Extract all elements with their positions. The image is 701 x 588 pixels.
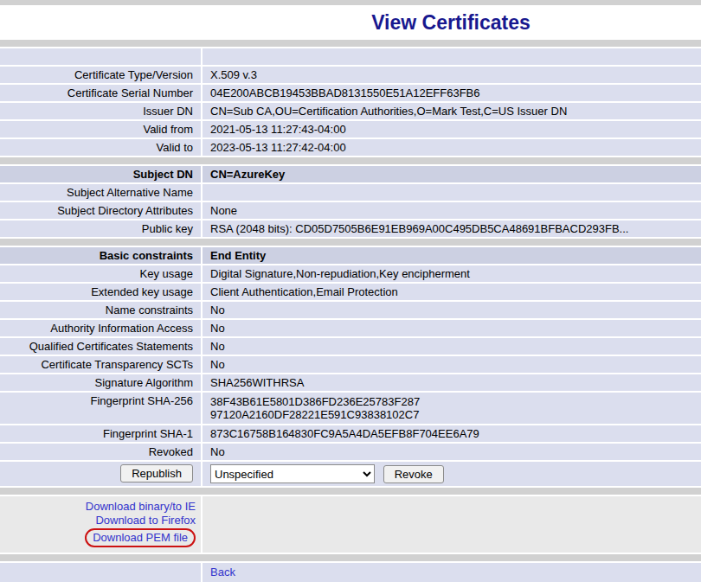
row-label: Subject Alternative Name bbox=[0, 184, 201, 201]
row-value: SHA256WITHRSA bbox=[203, 374, 701, 391]
row-value: No bbox=[203, 320, 701, 336]
page-title: View Certificates bbox=[371, 11, 531, 35]
section-header-value: End Entity bbox=[203, 247, 701, 264]
row-value: 38F43B61E5801D386FD236E25783F287 97120A2… bbox=[203, 393, 701, 424]
row-label: Extended key usage bbox=[0, 284, 201, 300]
section-header-label: Basic constraints bbox=[0, 247, 201, 264]
table-row-qualified-statements: Qualified Certificates Statements No bbox=[0, 338, 701, 355]
row-label: Name constraints bbox=[0, 302, 201, 318]
row-value: No bbox=[203, 444, 701, 460]
fingerprint-line-1: 38F43B61E5801D386FD236E25783F287 bbox=[210, 395, 693, 408]
revoke-button[interactable]: Revoke bbox=[383, 465, 444, 483]
section-separator bbox=[0, 488, 701, 495]
table-row-transparency-scts: Certificate Transparency SCTs No bbox=[0, 356, 701, 373]
row-value bbox=[203, 184, 701, 201]
row-value: No bbox=[203, 302, 701, 318]
table-row-subject-dir-attrs: Subject Directory Attributes None bbox=[0, 202, 701, 219]
republish-button[interactable]: Republish bbox=[120, 464, 193, 483]
section-separator bbox=[0, 157, 701, 164]
table-row-empty bbox=[0, 48, 701, 65]
row-value: No bbox=[203, 356, 701, 373]
row-value: 873C16758B164830FC9A5A4DA5EFB8F704EE6A79 bbox=[203, 425, 701, 442]
table-row-signature-algorithm: Signature Algorithm SHA256WITHRSA bbox=[0, 374, 701, 391]
row-label: Revoked bbox=[0, 444, 201, 460]
row-value: 04E200ABCB19453BBAD8131550E51A12EFF63FB6 bbox=[203, 85, 701, 101]
table-row-extended-key-usage: Extended key usage Client Authentication… bbox=[0, 284, 701, 300]
row-label: Signature Algorithm bbox=[0, 374, 201, 391]
row-value: Client Authentication,Email Protection bbox=[203, 284, 701, 300]
table-row-fingerprint-sha1: Fingerprint SHA-1 873C16758B164830FC9A5A… bbox=[0, 425, 701, 442]
row-label: Certificate Type/Version bbox=[0, 67, 201, 83]
download-links-cell: Download binary/to IE Download to Firefo… bbox=[0, 496, 201, 553]
row-value: Digital Signature,Non-repudiation,Key en… bbox=[203, 265, 701, 282]
table-row-key-usage: Key usage Digital Signature,Non-repudiat… bbox=[0, 265, 701, 282]
row-value-empty bbox=[203, 48, 701, 65]
section-header-value: CN=AzureKey bbox=[203, 166, 701, 182]
revocation-reason-select[interactable]: Unspecified bbox=[210, 464, 375, 483]
row-label: Subject Directory Attributes bbox=[0, 202, 201, 219]
table-row-issuer-dn: Issuer DN CN=Sub CA,OU=Certification Aut… bbox=[0, 103, 701, 119]
table-row-public-key: Public key RSA (2048 bits): CD05D7505B6E… bbox=[0, 220, 701, 237]
back-row-value-cell: Back bbox=[203, 563, 701, 582]
fingerprint-line-2: 97120A2160DF28221E591C93838102C7 bbox=[210, 408, 693, 421]
table-row-name-constraints: Name constraints No bbox=[0, 302, 701, 318]
row-label: Valid from bbox=[0, 121, 201, 137]
table-row-valid-to: Valid to 2023-05-13 11:27:42-04:00 bbox=[0, 139, 701, 156]
row-label: Fingerprint SHA-1 bbox=[0, 425, 201, 442]
row-label: Certificate Serial Number bbox=[0, 85, 201, 101]
download-pem-link[interactable]: Download PEM file bbox=[85, 528, 196, 547]
section-separator bbox=[0, 40, 701, 47]
download-row: Download binary/to IE Download to Firefo… bbox=[0, 496, 701, 553]
actions-row: Republish Unspecified Revoke bbox=[0, 462, 701, 486]
download-empty-cell bbox=[203, 496, 701, 553]
row-value: X.509 v.3 bbox=[203, 67, 701, 83]
back-row-empty-cell bbox=[0, 563, 201, 582]
table-row-cert-type: Certificate Type/Version X.509 v.3 bbox=[0, 67, 701, 83]
row-label: Qualified Certificates Statements bbox=[0, 338, 201, 355]
row-value: 2021-05-13 11:27:43-04:00 bbox=[203, 121, 701, 137]
actions-right-cell: Unspecified Revoke bbox=[203, 462, 701, 486]
section-separator bbox=[0, 239, 701, 246]
row-value: No bbox=[203, 338, 701, 355]
row-label-empty bbox=[0, 48, 201, 65]
row-value: RSA (2048 bits): CD05D7505B6E91EB969A00C… bbox=[203, 220, 701, 237]
row-value: 2023-05-13 11:27:42-04:00 bbox=[203, 139, 701, 156]
row-value: None bbox=[203, 202, 701, 219]
row-label: Key usage bbox=[0, 265, 201, 282]
table-row-valid-from: Valid from 2021-05-13 11:27:43-04:00 bbox=[0, 121, 701, 137]
table-row-basic-constraints: Basic constraints End Entity bbox=[0, 247, 701, 264]
section-separator bbox=[0, 554, 701, 561]
table-row-revoked: Revoked No bbox=[0, 444, 701, 460]
back-row: Back bbox=[0, 563, 701, 582]
download-firefox-link[interactable]: Download to Firefox bbox=[8, 514, 196, 527]
row-label: Public key bbox=[0, 220, 201, 237]
download-binary-ie-link[interactable]: Download binary/to IE bbox=[8, 500, 196, 514]
table-row-authority-info-access: Authority Information Access No bbox=[0, 320, 701, 336]
back-link[interactable]: Back bbox=[210, 566, 235, 579]
title-area: View Certificates bbox=[0, 5, 701, 40]
section-header-label: Subject DN bbox=[0, 166, 201, 182]
table-row-fingerprint-sha256: Fingerprint SHA-256 38F43B61E5801D386FD2… bbox=[0, 393, 701, 424]
actions-left-cell: Republish bbox=[0, 462, 201, 486]
table-row-serial-number: Certificate Serial Number 04E200ABCB1945… bbox=[0, 85, 701, 101]
row-label: Authority Information Access bbox=[0, 320, 201, 336]
row-label: Valid to bbox=[0, 139, 201, 156]
row-label: Issuer DN bbox=[0, 103, 201, 119]
table-row-subject-alt-name: Subject Alternative Name bbox=[0, 184, 701, 201]
row-label: Fingerprint SHA-256 bbox=[0, 393, 201, 424]
row-label: Certificate Transparency SCTs bbox=[0, 356, 201, 373]
row-value: CN=Sub CA,OU=Certification Authorities,O… bbox=[203, 103, 701, 119]
table-row-subject-dn: Subject DN CN=AzureKey bbox=[0, 166, 701, 182]
